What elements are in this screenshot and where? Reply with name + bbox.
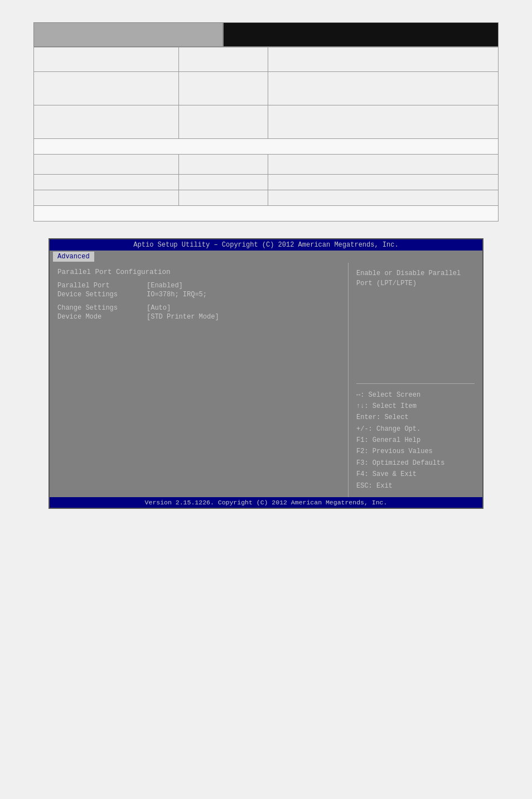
key-help-line-6: F2: Previous Values [356, 446, 475, 457]
table-row-full [34, 206, 499, 222]
bios-right-panel: Enable or Disable Parallel Port (LPT/LPT… [349, 263, 482, 497]
bios-value-device-mode[interactable]: [STD Printer Mode] [147, 313, 219, 321]
bios-label-change-settings: Change Settings [57, 304, 147, 312]
key-help-line-7: F3: Optimized Defaults [356, 458, 475, 469]
table-cell [268, 47, 499, 72]
key-help-line-9: ESC: Exit [356, 480, 475, 492]
table-cell [34, 72, 179, 105]
bios-footer-text: Version 2.15.1226. Copyright (C) 2012 Am… [145, 499, 388, 506]
table-cell [268, 175, 499, 190]
table-cell [179, 190, 268, 206]
page-wrapper: Aptio Setup Utility – Copyright (C) 2012… [0, 0, 532, 799]
table-row [34, 155, 499, 175]
table-row-full [34, 139, 499, 155]
bios-value-device-settings: IO=378h; IRQ=5; [147, 291, 207, 299]
top-header-right [223, 22, 499, 47]
bios-setting-device-settings: Device Settings IO=378h; IRQ=5; [57, 291, 340, 299]
bios-label-device-settings: Device Settings [57, 291, 147, 299]
table-cell [34, 47, 179, 72]
bios-label-device-mode: Device Mode [57, 313, 147, 321]
top-table [33, 47, 499, 222]
table-row [34, 47, 499, 72]
table-cell [268, 105, 499, 139]
table-cell [179, 155, 268, 175]
bios-setting-parallel-port: Parallel Port [Enabled] [57, 282, 340, 290]
table-cell [179, 72, 268, 105]
bios-help-text: Enable or Disable Parallel Port (LPT/LPT… [356, 268, 475, 323]
key-help-line-1: ↔: Select Screen [356, 389, 475, 401]
bios-body: Parallel Port Configuration Parallel Por… [50, 263, 482, 497]
bios-key-help: ↔: Select Screen ↑↓: Select Item Enter: … [356, 389, 475, 492]
bios-label-parallel-port: Parallel Port [57, 282, 147, 290]
bios-left-panel: Parallel Port Configuration Parallel Por… [50, 263, 349, 497]
table-cell [34, 190, 179, 206]
table-row [34, 175, 499, 190]
table-cell [268, 72, 499, 105]
table-cell [34, 105, 179, 139]
bios-screen: Aptio Setup Utility – Copyright (C) 2012… [49, 238, 483, 509]
table-cell [34, 155, 179, 175]
top-header [33, 22, 499, 47]
key-help-line-3: Enter: Select [356, 412, 475, 423]
top-header-left [33, 22, 223, 47]
table-cell [268, 190, 499, 206]
bios-section-title: Parallel Port Configuration [57, 268, 340, 276]
key-help-line-8: F4: Save & Exit [356, 469, 475, 480]
bios-title-text: Aptio Setup Utility – Copyright (C) 2012… [133, 241, 398, 249]
table-cell [179, 47, 268, 72]
table-cell [268, 155, 499, 175]
table-cell-full [34, 206, 499, 222]
key-help-line-5: F1: General Help [356, 435, 475, 446]
bios-nav-item-advanced[interactable]: Advanced [53, 252, 94, 262]
bios-setting-device-mode: Device Mode [STD Printer Mode] [57, 313, 340, 321]
table-row [34, 190, 499, 206]
bios-divider [356, 383, 475, 384]
table-cell-full [34, 139, 499, 155]
key-help-line-4: +/-: Change Opt. [356, 423, 475, 435]
table-row [34, 105, 499, 139]
table-cell [179, 175, 268, 190]
table-row [34, 72, 499, 105]
bios-footer-bar: Version 2.15.1226. Copyright (C) 2012 Am… [50, 497, 482, 508]
table-cell [34, 175, 179, 190]
bios-title-bar: Aptio Setup Utility – Copyright (C) 2012… [50, 239, 482, 251]
table-cell [179, 105, 268, 139]
bios-value-change-settings[interactable]: [Auto] [147, 304, 171, 312]
bios-nav-bar: Advanced [50, 251, 482, 263]
top-section [33, 22, 499, 222]
bios-setting-change-settings: Change Settings [Auto] [57, 304, 340, 312]
key-help-line-2: ↑↓: Select Item [356, 401, 475, 412]
bios-value-parallel-port[interactable]: [Enabled] [147, 282, 183, 290]
